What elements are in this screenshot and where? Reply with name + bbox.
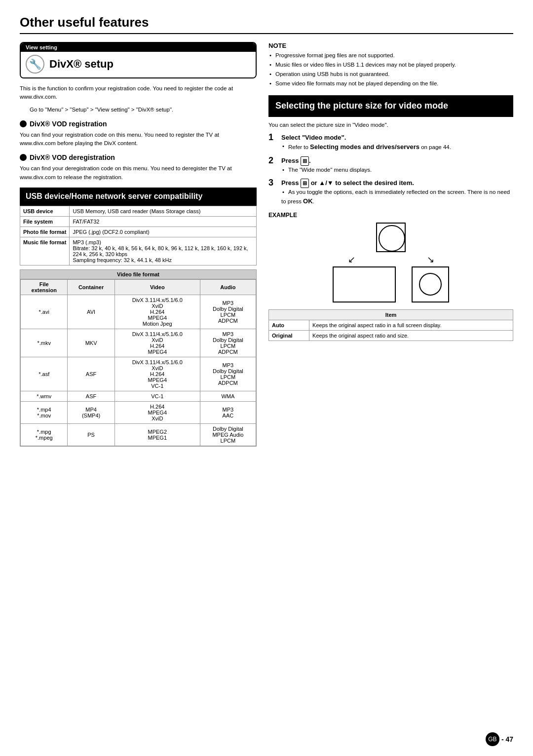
item-original-desc: Keeps the original aspect ratio and size… — [309, 331, 513, 341]
step-1-sub: Refer to Selecting modes and drives/serv… — [281, 144, 451, 150]
list-item: Music files or video files in USB 1.1 de… — [268, 61, 513, 69]
item-table-header: Item — [269, 310, 513, 320]
press-btn-2: ⊞ — [301, 156, 309, 166]
list-item: Operation using USB hubs is not guarante… — [268, 70, 513, 78]
cell-video: DivX 3.11/4.x/5.1/6.0XviDH.264MPEG4VC-1 — [114, 357, 200, 391]
cell-audio: MP3Dolby DigitalLPCMADPCM — [200, 295, 256, 329]
note-list: Progressive format jpeg files are not su… — [268, 51, 513, 87]
cell-video: VC-1 — [114, 391, 200, 401]
bullet-circle-dereg — [20, 154, 27, 161]
step-num-3: 3 — [268, 178, 277, 188]
diagram-wide-rect — [332, 266, 396, 304]
cell-ext: *.wmv — [21, 391, 68, 401]
table-row: *.avi AVI DivX 3.11/4.x/5.1/6.0XviDH.264… — [21, 295, 256, 329]
note-box: NOTE Progressive format jpeg files are n… — [268, 42, 513, 87]
compat-value-fs: FAT/FAT32 — [70, 216, 257, 227]
compat-label-photo: Photo file format — [20, 227, 70, 237]
vod-reg-body: You can find your registration code on t… — [20, 131, 257, 148]
step-2: 2 Press ⊞. The "Wide mode" menu displays… — [268, 156, 513, 174]
divx-setup-title-row: 🔧 DivX® setup — [21, 52, 256, 77]
cell-audio: MP3Dolby DigitalLPCMADPCM — [200, 329, 256, 357]
step-3-sub: As you toggle the options, each is immed… — [281, 189, 510, 204]
svg-rect-1 — [333, 267, 395, 302]
vod-dereg-body: You can find your deregistration code on… — [20, 164, 257, 182]
table-row: *.mkv MKV DivX 3.11/4.x/5.1/6.0XviDH.264… — [21, 329, 256, 357]
step-content-3: Press ⊞ or ▲/▼ to select the desired ite… — [281, 178, 513, 206]
col-audio: Audio — [200, 279, 256, 295]
table-row: *.mpg*.mpeg PS MPEG2MPEG1 Dolby DigitalM… — [21, 423, 256, 446]
cell-ext: *.mp4*.mov — [21, 401, 68, 423]
select-section-header: Selecting the picture size for video mod… — [268, 95, 513, 116]
divx-desc: This is the function to confirm your reg… — [20, 84, 257, 102]
compat-value-photo: JPEG (.jpg) (DCF2.0 compliant) — [70, 227, 257, 237]
cell-ext: *.mkv — [21, 329, 68, 357]
wrench-icon: 🔧 — [26, 55, 44, 74]
item-table: Item Auto Keeps the original aspect rati… — [268, 309, 513, 341]
item-auto: Auto — [269, 320, 309, 331]
divx-setup-header: View setting — [21, 43, 256, 52]
step-3: 3 Press ⊞ or ▲/▼ to select the desired i… — [268, 178, 513, 206]
example-label: EXAMPLE — [268, 212, 513, 219]
divx-goto: Go to "Menu" > "Setup" > "View setting" … — [20, 106, 257, 114]
col-video: Video — [114, 279, 200, 295]
compat-value-music: MP3 (.mp3)Bitrate: 32 k, 40 k, 48 k, 56 … — [70, 237, 257, 265]
step-2-sub: The "Wide mode" menu displays. — [281, 167, 372, 173]
compat-label-usb: USB device — [20, 206, 70, 216]
table-row: Music file format MP3 (.mp3)Bitrate: 32 … — [20, 237, 257, 265]
arrow-left: ↙ — [348, 254, 355, 265]
cell-container: MKV — [68, 329, 114, 357]
step-2-main: Press ⊞. — [281, 157, 311, 164]
divx-setup-box: View setting 🔧 DivX® setup — [20, 42, 257, 78]
cell-audio: MP3AAC — [200, 401, 256, 423]
vod-reg-heading: DivX® VOD registration — [20, 120, 257, 128]
table-row: *.asf ASF DivX 3.11/4.x/5.1/6.0XviDH.264… — [21, 357, 256, 391]
svg-point-3 — [419, 273, 441, 295]
cell-container: PS — [68, 423, 114, 446]
col-ext: Fileextension — [21, 279, 68, 295]
cell-container: AVI — [68, 295, 114, 329]
cell-video: DivX 3.11/4.x/5.1/6.0XviDH.264MPEG4Motio… — [114, 295, 200, 329]
cell-video: DivX 3.11/4.x/5.1/6.0XviDH.264MPEG4 — [114, 329, 200, 357]
table-row: USB device USB Memory, USB card reader (… — [20, 206, 257, 216]
svg-rect-2 — [412, 267, 449, 302]
usb-box-title: USB device/Home network server compatibi… — [26, 191, 251, 202]
step-3-main: Press ⊞ or ▲/▼ to select the desired ite… — [281, 179, 414, 187]
cell-ext: *.avi — [21, 295, 68, 329]
item-auto-desc: Keeps the original aspect ratio in a ful… — [309, 320, 513, 331]
page-number: - 47 — [501, 735, 513, 743]
cell-ext: *.mpg*.mpeg — [21, 423, 68, 446]
step-1-main: Select "Video mode". — [281, 134, 346, 141]
vod-dereg-heading: DivX® VOD deregistration — [20, 153, 257, 161]
step-content-1: Select "Video mode". Refer to Selecting … — [281, 133, 451, 152]
arrow-right-diag: ↘ — [427, 254, 434, 265]
bullet-circle-reg — [20, 120, 27, 127]
video-table: Fileextension Container Video Audio *.av… — [20, 279, 256, 446]
compat-label-music: Music file format — [20, 237, 70, 265]
diagram-circle-top — [376, 223, 406, 252]
table-row: Photo file format JPEG (.jpg) (DCF2.0 co… — [20, 227, 257, 237]
right-column: NOTE Progressive format jpeg files are n… — [268, 42, 513, 447]
cell-audio: Dolby DigitalMPEG AudioLPCM — [200, 423, 256, 446]
compat-label-fs: File system — [20, 216, 70, 227]
page-title: Other useful features — [20, 15, 513, 34]
cell-container: ASF — [68, 357, 114, 391]
usb-box: USB device/Home network server compatibi… — [20, 188, 257, 206]
video-table-wrapper: Video file format Fileextension Containe… — [20, 269, 257, 447]
compat-table: USB device USB Memory, USB card reader (… — [20, 206, 257, 265]
cell-audio: WMA — [200, 391, 256, 401]
item-original: Original — [269, 331, 309, 341]
cell-video: MPEG2MPEG1 — [114, 423, 200, 446]
steps: 1 Select "Video mode". Refer to Selectin… — [268, 133, 513, 206]
select-section-title: Selecting the picture size for video mod… — [275, 100, 506, 112]
table-row: Original Keeps the original aspect ratio… — [269, 331, 513, 341]
table-row: *.wmv ASF VC-1 WMA — [21, 391, 256, 401]
page-number-area: GB - 47 — [486, 732, 513, 746]
table-row: File system FAT/FAT32 — [20, 216, 257, 227]
left-column: View setting 🔧 DivX® setup This is the f… — [20, 42, 257, 447]
col-container: Container — [68, 279, 114, 295]
select-desc: You can select the picture size in "Vide… — [268, 122, 513, 128]
cell-audio: MP3Dolby DigitalLPCMADPCM — [200, 357, 256, 391]
list-item: Progressive format jpeg files are not su… — [268, 51, 513, 59]
note-title: NOTE — [268, 42, 513, 49]
cell-container: ASF — [68, 391, 114, 401]
